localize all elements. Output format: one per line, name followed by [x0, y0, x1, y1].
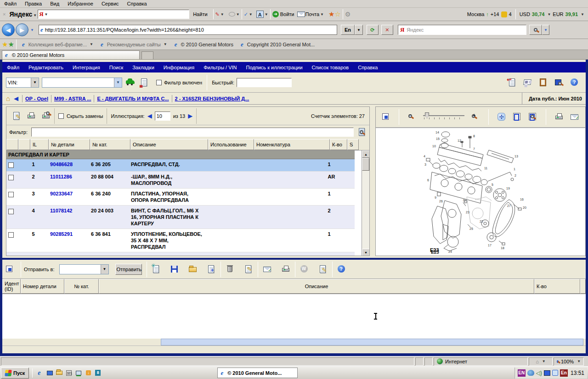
help-icon[interactable]: ?	[570, 78, 579, 87]
encoding-dropdown-icon[interactable]: ▼	[355, 25, 363, 35]
save-icon[interactable]	[170, 265, 179, 274]
list-column-К-во[interactable]: К-во	[534, 279, 580, 294]
list-grid-body[interactable]	[2, 294, 586, 339]
search-go-button[interactable]	[529, 25, 542, 35]
vin-input[interactable]: ▼	[42, 78, 122, 88]
row-checkbox[interactable]	[8, 209, 14, 214]
translate-icon[interactable]: А	[256, 11, 264, 18]
open-icon[interactable]	[188, 265, 198, 274]
task-button-gm[interactable]: e © 2010 General Moto...	[217, 368, 298, 378]
punto-lang-indicator[interactable]: EN	[518, 369, 526, 377]
yandex-logo[interactable]: Яндекс▼	[9, 11, 37, 18]
zoom-dropdown-icon[interactable]: ▼	[577, 359, 581, 363]
gear-icon[interactable]: ⚙	[345, 11, 351, 18]
yandex-login-button[interactable]: Войти	[280, 11, 294, 17]
encoding-button[interactable]: En	[341, 25, 355, 35]
yandex-find-button[interactable]: Найти	[193, 11, 207, 17]
forward-button[interactable]: ▶	[16, 23, 28, 36]
table-row[interactable]: 1904866286 36 205РАСПРЕДВАЛ, СТД.1	[6, 159, 355, 172]
column-header-IL[interactable]: IL	[30, 139, 49, 150]
web-disabled-icon[interactable]: W	[300, 265, 309, 274]
edit-list-icon[interactable]: ✎	[244, 265, 253, 274]
app-menu-Интеграция[interactable]: Интеграция	[68, 65, 105, 70]
app-menu-Информация[interactable]: Информация	[159, 65, 199, 70]
trash-icon[interactable]	[226, 265, 235, 274]
zoom-slider[interactable]	[423, 112, 464, 122]
breadcrumb-item[interactable]: Е - ДВИГАТЕЛЬ И МУФТА С...	[97, 96, 169, 101]
vehicle-doc-icon[interactable]: ▄	[140, 78, 149, 87]
vehicle-icon[interactable]	[126, 78, 137, 87]
prev-illustration-icon[interactable]: ◀	[147, 112, 152, 119]
part-number-link[interactable]: 11011286	[50, 174, 72, 179]
app-menu-Редактировать[interactable]: Редактировать	[24, 65, 68, 70]
edit-doc-icon[interactable]: ✎	[12, 111, 21, 121]
new-doc-icon[interactable]: ✳	[152, 265, 161, 274]
toolbar-close-icon[interactable]: ×	[3, 11, 6, 17]
comments-icon[interactable]	[229, 12, 235, 17]
list-column-Идент (ID)[interactable]: Идент (ID)	[2, 279, 21, 294]
breadcrumb-back-icon[interactable]: ◀	[14, 95, 18, 102]
send-mail-icon[interactable]: ✓	[263, 265, 272, 274]
app-menu-Фильтры / VIN[interactable]: Фильтры / VIN	[199, 65, 241, 70]
tray-agent-icon[interactable]	[527, 370, 534, 376]
favorites-icon[interactable]: ★	[2, 40, 8, 49]
add-doc-icon[interactable]: +	[207, 265, 216, 274]
spellcheck-icon[interactable]: ✓	[244, 11, 248, 17]
scroll-up-icon[interactable]: ▲	[362, 150, 369, 158]
zoom-out-icon[interactable]: –	[407, 112, 417, 122]
app-menu-Справка[interactable]: Справка	[353, 65, 382, 70]
ie-menu-Правка[interactable]: Правка	[21, 0, 46, 7]
table-row[interactable]: 41107814220 24 003ВИНТ, С ФАЛЬЦ.ГОЛ., М6…	[6, 206, 355, 229]
quicklaunch-folder-icon[interactable]	[55, 369, 63, 377]
row-checkbox[interactable]	[8, 175, 14, 180]
news-icon[interactable]	[523, 78, 532, 87]
toolbar-search-input[interactable]: Я Яндекс	[398, 25, 526, 35]
help-icon[interactable]: ?	[337, 265, 346, 274]
history-dropdown-icon[interactable]: ▼	[30, 28, 34, 32]
send-mail-icon[interactable]: ✓	[570, 112, 579, 122]
filter-input[interactable]	[31, 128, 354, 137]
zoom-in-icon[interactable]: +	[471, 112, 480, 122]
flame-icon[interactable]: ★	[328, 10, 334, 18]
quick-search-input[interactable]	[237, 78, 292, 87]
search-options-icon[interactable]: ▼	[542, 25, 549, 35]
start-button[interactable]: Пуск	[1, 368, 29, 379]
traffic-icon[interactable]	[501, 11, 507, 17]
part-number-link[interactable]: 11078142	[50, 208, 72, 213]
quicklaunch-media-icon[interactable]: 321	[65, 369, 73, 377]
favorites-star-icon[interactable]: ☆	[334, 10, 340, 18]
collapse-panel-icon[interactable]	[5, 265, 14, 274]
favorite-item[interactable]: eКоллекция веб-фрагме...▼	[18, 41, 97, 48]
ie-menu-Сервис[interactable]: Сервис	[97, 0, 123, 7]
row-checkbox[interactable]	[8, 192, 14, 197]
row-checkbox[interactable]	[8, 162, 14, 168]
breadcrumb-item[interactable]: M99 - ASTRA ...	[54, 96, 91, 101]
print-icon[interactable]	[281, 265, 290, 274]
list-column-№ кат.[interactable]: № кат.	[64, 279, 99, 294]
edit-doc-icon[interactable]: ✎	[318, 265, 328, 274]
weather-city[interactable]: Москва	[467, 11, 485, 17]
part-number-link[interactable]: 90486628	[50, 162, 73, 167]
table-row[interactable]: 5902852916 36 841УПЛОТНЕНИЕ, КОЛЬЦЕВОЕ, …	[6, 229, 355, 252]
list-column-Описание[interactable]: Описание	[99, 279, 534, 294]
column-header-S[interactable]: S	[347, 139, 359, 150]
refresh-button[interactable]: ⟳	[367, 25, 379, 35]
quicklaunch-desktop-icon[interactable]	[45, 369, 54, 377]
part-number-link[interactable]: 90421937	[50, 255, 73, 256]
hide-replacements-checkbox[interactable]	[58, 113, 64, 119]
illustration-number-input[interactable]	[155, 111, 170, 121]
send-button[interactable]: Отправить	[115, 264, 142, 275]
protected-dropdown-icon[interactable]: ▼	[542, 359, 546, 363]
filter-enabled-checkbox[interactable]	[156, 80, 162, 85]
back-button[interactable]: ◀	[2, 23, 15, 36]
parts-scrollbar[interactable]: ▲ ▼	[362, 150, 369, 256]
favorite-item[interactable]: e© 2010 General Motors	[171, 41, 237, 48]
add-favorite-icon[interactable]: ★	[8, 40, 14, 49]
scroll-thumb[interactable]	[362, 158, 369, 171]
dropdown-icon[interactable]: ▼	[164, 42, 167, 46]
favorite-item[interactable]: eCopyright 2010 General Mot...	[237, 41, 318, 48]
tab-general-motors[interactable]: e © 2010 General Motors	[2, 50, 140, 59]
horizontal-scrollbar[interactable]	[2, 339, 586, 346]
next-illustration-icon[interactable]: ▶	[188, 112, 192, 119]
app-menu-Подпись к иллюстрации[interactable]: Подпись к иллюстрации	[242, 65, 307, 70]
